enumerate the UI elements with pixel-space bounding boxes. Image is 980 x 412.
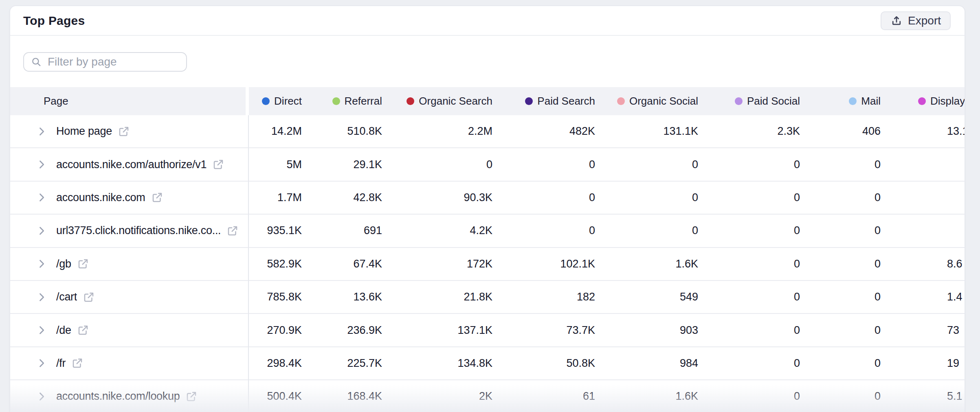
value-cell: 1.6K xyxy=(595,380,698,412)
chevron-right-icon[interactable] xyxy=(36,391,47,402)
table-toolbar xyxy=(10,36,965,87)
value-cell xyxy=(881,215,965,247)
value-cell: 0 xyxy=(800,148,881,180)
external-link-icon[interactable] xyxy=(83,291,95,303)
channel-label: Paid Social xyxy=(747,95,800,107)
value-cell: 19 xyxy=(881,347,965,379)
value-cell: 0 xyxy=(492,215,595,247)
value-cell: 236.9K xyxy=(302,314,382,346)
channel-dot xyxy=(262,97,270,105)
chevron-right-icon[interactable] xyxy=(36,357,47,369)
value-cell: 500.4K xyxy=(249,380,302,412)
external-link-icon[interactable] xyxy=(71,357,83,369)
export-button[interactable]: Export xyxy=(881,11,951,30)
table-row-values: 270.9K236.9K137.1K73.7K9030073 xyxy=(249,314,965,347)
value-cell: 0 xyxy=(698,281,800,313)
table-row[interactable]: Home page xyxy=(10,115,249,148)
value-cell: 0 xyxy=(492,148,595,180)
value-cell: 21.8K xyxy=(382,281,492,313)
table-row[interactable]: /fr xyxy=(10,347,249,380)
chevron-right-icon[interactable] xyxy=(36,324,47,336)
value-cell: 182 xyxy=(492,281,595,313)
channel-header-row: Direct Referral Organic Search Paid Sear… xyxy=(249,87,965,115)
value-cell: 61 xyxy=(492,380,595,412)
value-cell: 67.4K xyxy=(302,248,382,280)
value-cell: 73.7K xyxy=(492,314,595,346)
value-cell: 0 xyxy=(698,182,800,214)
value-cell: 102.1K xyxy=(492,248,595,280)
export-button-label: Export xyxy=(908,14,941,27)
value-cell: 5M xyxy=(249,148,302,180)
value-cell: 0 xyxy=(800,215,881,247)
value-cell: 785.8K xyxy=(249,281,302,313)
top-pages-card: Top Pages Export Page Home page xyxy=(9,5,965,412)
value-cell: 0 xyxy=(698,215,800,247)
page-name: url3775.click.notifications.nike.co... xyxy=(56,224,221,237)
table-row[interactable]: /cart xyxy=(10,281,249,314)
channel-dot xyxy=(525,97,533,105)
table-row[interactable]: /de xyxy=(10,314,249,347)
page-column-header: Page xyxy=(10,87,249,115)
page-name: accounts.nike.com/authorize/v1 xyxy=(56,158,207,171)
value-cell: 0 xyxy=(595,215,698,247)
value-cell: 482K xyxy=(492,115,595,147)
channel-label: Direct xyxy=(274,95,302,107)
value-rows-container: 14.2M510.8K2.2M482K131.1K2.3K40613.15M29… xyxy=(249,115,965,412)
value-cell: 298.4K xyxy=(249,347,302,379)
value-cell: 0 xyxy=(800,347,881,379)
channel-scroll-area[interactable]: Direct Referral Organic Search Paid Sear… xyxy=(249,87,965,412)
channel-column-header: Paid Social xyxy=(698,87,800,115)
page-title: Top Pages xyxy=(23,14,85,28)
chevron-right-icon[interactable] xyxy=(36,291,47,303)
external-link-icon[interactable] xyxy=(77,258,89,270)
chevron-right-icon[interactable] xyxy=(36,192,47,203)
export-icon xyxy=(890,15,903,27)
external-link-icon[interactable] xyxy=(118,125,130,138)
page-name: /fr xyxy=(56,357,66,370)
table-row[interactable]: url3775.click.notifications.nike.co... xyxy=(10,215,249,248)
value-cell: 270.9K xyxy=(249,314,302,346)
value-cell: 13.6K xyxy=(302,281,382,313)
value-cell: 582.9K xyxy=(249,248,302,280)
value-cell: 90.3K xyxy=(382,182,492,214)
value-cell: 4.2K xyxy=(382,215,492,247)
value-cell: 0 xyxy=(595,148,698,180)
value-cell: 5.1 xyxy=(881,380,965,412)
channel-label: Paid Search xyxy=(537,95,595,107)
value-cell: 0 xyxy=(800,281,881,313)
value-cell: 0 xyxy=(698,314,800,346)
table-row[interactable]: accounts.nike.com xyxy=(10,182,249,215)
chevron-right-icon[interactable] xyxy=(36,225,47,237)
external-link-icon[interactable] xyxy=(185,390,198,403)
channel-dot xyxy=(617,97,625,105)
value-cell: 172K xyxy=(382,248,492,280)
filter-input[interactable] xyxy=(24,53,186,71)
value-cell: 0 xyxy=(698,148,800,180)
channel-label: Display Ads xyxy=(930,95,965,107)
value-cell: 50.8K xyxy=(492,347,595,379)
channel-column-header: Referral xyxy=(302,87,382,115)
external-link-icon[interactable] xyxy=(212,158,224,171)
page-name: Home page xyxy=(56,125,112,138)
value-cell: 131.1K xyxy=(595,115,698,147)
external-link-icon[interactable] xyxy=(77,324,89,336)
chevron-right-icon[interactable] xyxy=(36,159,47,170)
value-cell: 2.3K xyxy=(698,115,800,147)
external-link-icon[interactable] xyxy=(151,191,163,204)
external-link-icon[interactable] xyxy=(226,225,239,237)
channel-dot xyxy=(849,97,857,105)
value-cell: 0 xyxy=(382,148,492,180)
chevron-right-icon[interactable] xyxy=(36,126,47,137)
table-row[interactable]: accounts.nike.com/authorize/v1 xyxy=(10,148,249,181)
value-cell: 1.4 xyxy=(881,281,965,313)
value-cell: 0 xyxy=(698,380,800,412)
channel-dot xyxy=(918,97,926,105)
table-row[interactable]: accounts.nike.com/lookup xyxy=(10,380,249,412)
chevron-right-icon[interactable] xyxy=(36,258,47,270)
channel-label: Mail xyxy=(861,95,881,107)
value-cell: 0 xyxy=(492,182,595,214)
table-row[interactable]: /gb xyxy=(10,248,249,281)
table-row-values: 500.4K168.4K2K611.6K005.1 xyxy=(249,380,965,412)
page-rows-container: Home page accounts.nike.com/authorize/v1… xyxy=(10,115,249,412)
table-row-values: 1.7M42.8K90.3K0000 xyxy=(249,182,965,215)
